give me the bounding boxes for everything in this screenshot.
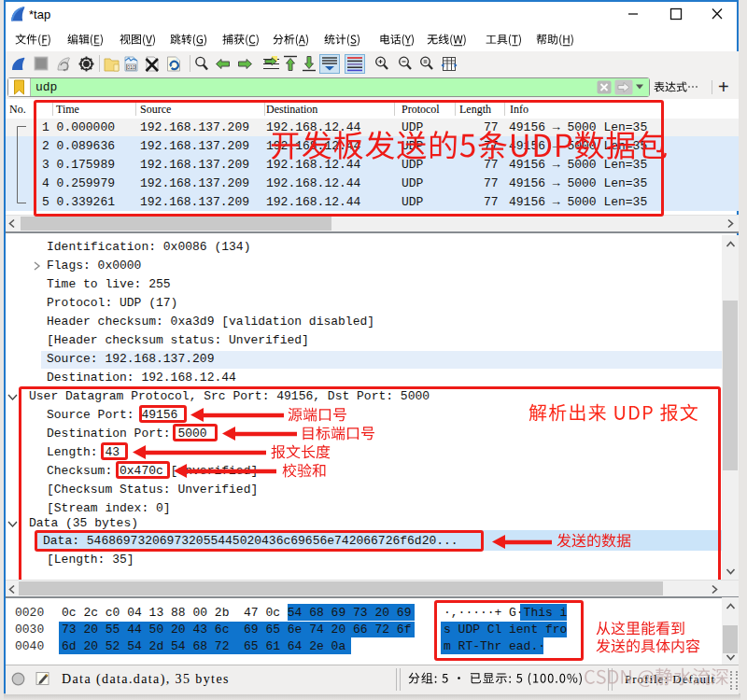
svg-text:010: 010 (127, 64, 135, 70)
